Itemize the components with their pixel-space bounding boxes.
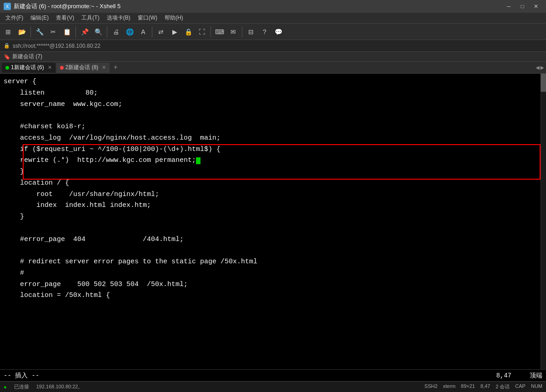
connection-status: ● — [4, 384, 7, 390]
menu-tools[interactable]: 工具(T) — [78, 13, 103, 23]
vim-status-bar: -- 插入 -- 8,47 顶端 — [0, 369, 546, 381]
tab-bar: 1新建会话 (6) ✕ 2新建会话 (8) ✕ + ◀ ▶ — [0, 62, 546, 74]
tab-close-1[interactable]: ✕ — [48, 65, 52, 70]
vim-position: 8,47 — [496, 372, 511, 379]
ssh-version: SSH2 — [425, 383, 438, 390]
compose-button[interactable]: ✉ — [227, 25, 240, 38]
close-button[interactable]: ✕ — [530, 2, 542, 11]
menu-view[interactable]: 查看(V) — [52, 13, 78, 23]
menu-edit[interactable]: 编辑(E) — [27, 13, 52, 23]
ip-address: 192.168.100.80:22。 — [36, 383, 83, 390]
lock-icon: 🔒 — [4, 43, 10, 49]
menu-file[interactable]: 文件(F) — [2, 13, 27, 23]
num-lock: NUM — [531, 383, 542, 390]
minimize-button[interactable]: ─ — [502, 2, 515, 11]
tab-label-1: 1新建会话 (6) — [11, 64, 44, 71]
vim-mode: -- 插入 -- — [4, 372, 496, 380]
cut-button[interactable]: ✂ — [47, 25, 60, 38]
tab-nav-prev[interactable]: ◀ — [536, 64, 539, 71]
app-icon: X — [4, 3, 11, 10]
session-bookmark-bar: 🔖 新建会话 (7) — [0, 52, 546, 62]
toolbar: ⊞ 📂 🔧 ✂ 📋 📌 🔍 🖨 🌐 A ⇄ ▶ 🔒 ⛶ ⌨ ✉ ⊟ ? 💬 — [0, 24, 546, 40]
fullscreen-button[interactable]: ⛶ — [195, 25, 208, 38]
window-title: 新建会话 (6) - root@promote:~ - Xshell 5 — [14, 2, 120, 10]
transfer-button[interactable]: ⇄ — [155, 25, 167, 38]
find-button[interactable]: 🔍 — [92, 25, 105, 38]
print-button[interactable]: 🖨 — [110, 25, 122, 38]
bottom-info-bar: ● 已连接 192.168.100.80:22。 SSH2 xterm 89×2… — [0, 381, 546, 392]
copy-button[interactable]: 📋 — [60, 25, 73, 38]
title-bar: X 新建会话 (6) - root@promote:~ - Xshell 5 ─… — [0, 0, 546, 13]
vim-location: 顶端 — [530, 372, 542, 380]
term-type: xterm — [443, 383, 456, 390]
ssh-address: ssh://root:******@192.168.100.80:22 — [13, 43, 100, 49]
help-icon-button[interactable]: ? — [258, 25, 271, 38]
terminal-content: server { listen 80; server_name www.kgc.… — [4, 76, 542, 302]
script-button[interactable]: ▶ — [168, 25, 181, 38]
address-bar: 🔒 ssh://root:******@192.168.100.80:22 — [0, 40, 546, 52]
caps-lock: CAP — [515, 383, 526, 390]
tab-session-1[interactable]: 1新建会话 (6) ✕ — [2, 63, 55, 73]
tab-close-2[interactable]: ✕ — [102, 65, 106, 70]
tab-nav-arrows: ◀ ▶ — [536, 64, 544, 71]
open-button[interactable]: 📂 — [15, 25, 28, 38]
lock-button[interactable]: 🔒 — [182, 25, 195, 38]
menu-bar: 文件(F) 编辑(E) 查看(V) 工具(T) 选项卡(B) 窗口(W) 帮助(… — [0, 13, 546, 24]
tab-status-dot-2 — [60, 66, 64, 70]
tab-status-dot-1 — [5, 66, 9, 70]
paste-button[interactable]: 📌 — [78, 25, 91, 38]
add-tab-button[interactable]: + — [110, 63, 120, 73]
new-session-button[interactable]: ⊞ — [2, 25, 15, 38]
term-size: 89×21 — [461, 383, 475, 390]
world-button[interactable]: 🌐 — [123, 25, 136, 38]
tab-nav-next[interactable]: ▶ — [541, 64, 544, 71]
font-button[interactable]: A — [137, 25, 150, 38]
bookmark-icon: 🔖 — [4, 54, 10, 60]
tab-session-2[interactable]: 2新建会话 (8) ✕ — [56, 63, 110, 73]
menu-tabs[interactable]: 选项卡(B) — [103, 13, 134, 23]
maximize-button[interactable]: □ — [516, 2, 529, 11]
layout-button[interactable]: ⊟ — [245, 25, 257, 38]
session-bookmark-label[interactable]: 新建会话 (7) — [12, 53, 42, 60]
keypad-button[interactable]: ⌨ — [213, 25, 226, 38]
menu-help[interactable]: 帮助(H) — [161, 13, 187, 23]
scrollbar-thumb[interactable] — [541, 74, 546, 92]
session-count: 2 会话 — [496, 383, 510, 390]
terminal-area[interactable]: server { listen 80; server_name www.kgc.… — [0, 74, 546, 369]
menu-window[interactable]: 窗口(W) — [134, 13, 161, 23]
properties-button[interactable]: 🔧 — [33, 25, 46, 38]
connection-label: 已连接 — [14, 383, 29, 390]
chat-button[interactable]: 💬 — [272, 25, 285, 38]
tab-label-2: 2新建会话 (8) — [65, 64, 99, 71]
cursor-position: 8,47 — [481, 383, 490, 390]
scrollbar-track[interactable] — [541, 74, 546, 369]
